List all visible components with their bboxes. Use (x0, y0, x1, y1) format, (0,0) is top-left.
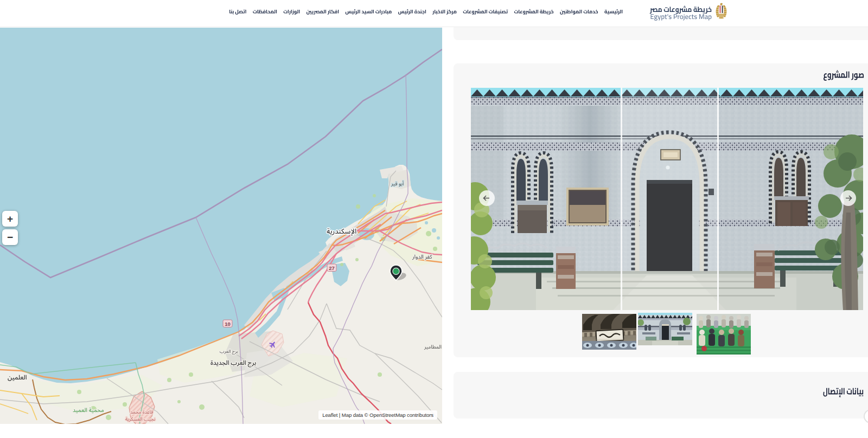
svg-text:10: 10 (225, 321, 231, 327)
svg-text:27: 27 (329, 265, 335, 271)
